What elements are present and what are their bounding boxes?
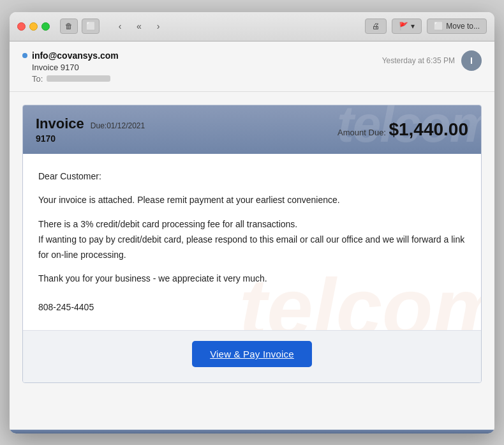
move-icon: ⬜ (434, 22, 443, 31)
email-timestamp: Yesterday at 6:35 PM (382, 56, 455, 65)
print-icon: 🖨 (372, 22, 380, 31)
invoice-phone: 808-245-4405 (38, 302, 466, 312)
print-button[interactable]: 🖨 (365, 19, 387, 34)
delete-button[interactable]: 🗑 (60, 19, 78, 34)
invoice-title-block: Invoice Due:01/12/2021 9170 (36, 116, 145, 144)
email-subject: Invoice 9170 (32, 63, 119, 72)
back-button[interactable]: ‹ (111, 19, 129, 34)
maximize-button[interactable] (41, 22, 50, 31)
recipient-redacted (47, 75, 110, 82)
amount-label: Amount Due: (337, 128, 386, 137)
view-pay-invoice-button[interactable]: View & Pay Invoice (192, 341, 312, 367)
sender-info: info@covansys.com Invoice 9170 To: (22, 50, 119, 84)
bottom-bar (10, 430, 494, 434)
invoice-card: Invoice Due:01/12/2021 9170 Amount Due: … (22, 105, 482, 384)
unread-dot (22, 53, 27, 58)
move-to-button[interactable]: ⬜ Move to... (427, 19, 487, 34)
email-header: info@covansys.com Invoice 9170 To: Yeste… (10, 41, 494, 92)
move-to-label: Move to... (446, 22, 480, 31)
titlebar: 🗑 ⬜ ‹ « › 🖨 🚩 ▾ ⬜ Move to... (10, 12, 494, 41)
to-label: To: (32, 74, 43, 84)
invoice-para3: Thank you for your business - we appreci… (38, 271, 466, 287)
invoice-greeting: Dear Customer: (38, 169, 466, 185)
invoice-footer: View & Pay Invoice (23, 330, 481, 382)
forward-button[interactable]: › (149, 19, 167, 34)
sender-email: info@covansys.com (32, 50, 119, 61)
amount-value: $1,440.00 (389, 119, 468, 139)
back-back-button[interactable]: « (130, 19, 148, 34)
nav-buttons: ‹ « › (111, 19, 167, 34)
avatar: I (461, 50, 482, 71)
close-button[interactable] (17, 22, 26, 31)
invoice-amount-block: Amount Due: $1,440.00 (337, 119, 468, 140)
invoice-para2: There is a 3% credit/debit card processi… (38, 217, 466, 262)
email-body: Invoice Due:01/12/2021 9170 Amount Due: … (10, 92, 494, 430)
email-meta-right: Yesterday at 6:35 PM I (382, 50, 482, 71)
minimize-button[interactable] (29, 22, 38, 31)
flag-dropdown-icon: ▾ (411, 22, 415, 31)
toolbar-right: 🖨 🚩 ▾ ⬜ Move to... (365, 19, 487, 34)
invoice-header: Invoice Due:01/12/2021 9170 Amount Due: … (23, 105, 481, 154)
invoice-content: Dear Customer: Your invoice is attached.… (23, 154, 481, 331)
toolbar-icons: 🗑 ⬜ (60, 19, 100, 34)
invoice-para1: Your invoice is attached. Please remit p… (38, 193, 466, 208)
email-window: 🗑 ⬜ ‹ « › 🖨 🚩 ▾ ⬜ Move to... (10, 12, 494, 434)
flag-button[interactable]: 🚩 ▾ (392, 19, 422, 34)
invoice-number: 9170 (36, 133, 145, 144)
traffic-lights (17, 22, 50, 31)
invoice-due: Due:01/12/2021 (91, 121, 145, 130)
archive-button[interactable]: ⬜ (82, 19, 100, 34)
invoice-label: Invoice (36, 116, 84, 132)
flag-icon: 🚩 (399, 22, 408, 31)
